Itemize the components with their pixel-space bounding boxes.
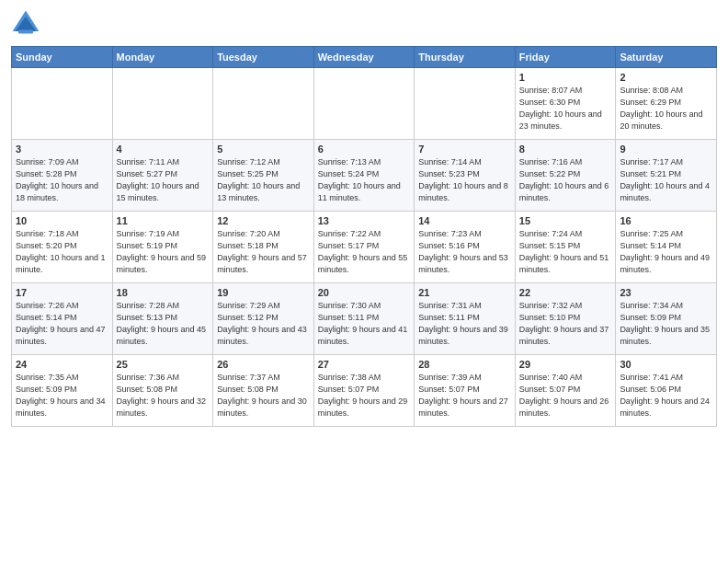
calendar-cell: 12Sunrise: 7:20 AM Sunset: 5:18 PM Dayli… — [213, 212, 314, 283]
day-number: 4 — [117, 144, 210, 155]
svg-rect-2 — [18, 29, 33, 33]
day-number: 25 — [117, 359, 210, 370]
day-number: 26 — [217, 359, 310, 370]
day-number: 6 — [318, 144, 411, 155]
day-info: Sunrise: 7:22 AM Sunset: 5:17 PM Dayligh… — [318, 228, 411, 276]
day-number: 23 — [620, 287, 712, 298]
day-info: Sunrise: 7:31 AM Sunset: 5:11 PM Dayligh… — [418, 300, 511, 348]
calendar-week-row: 3Sunrise: 7:09 AM Sunset: 5:28 PM Daylig… — [12, 140, 717, 212]
day-number: 21 — [418, 287, 511, 298]
calendar-cell — [415, 68, 516, 140]
logo-icon — [11, 9, 40, 39]
day-number: 14 — [418, 215, 511, 226]
day-info: Sunrise: 8:07 AM Sunset: 6:30 PM Dayligh… — [519, 85, 612, 132]
calendar-cell: 6Sunrise: 7:13 AM Sunset: 5:24 PM Daylig… — [313, 140, 415, 212]
day-header: Friday — [515, 47, 616, 68]
day-info: Sunrise: 7:25 AM Sunset: 5:14 PM Dayligh… — [620, 228, 712, 276]
day-number: 15 — [519, 215, 612, 226]
calendar-cell: 9Sunrise: 7:17 AM Sunset: 5:21 PM Daylig… — [616, 140, 717, 212]
day-info: Sunrise: 7:26 AM Sunset: 5:14 PM Dayligh… — [16, 300, 108, 348]
page-container: SundayMondayTuesdayWednesdayThursdayFrid… — [0, 0, 728, 436]
calendar-cell: 17Sunrise: 7:26 AM Sunset: 5:14 PM Dayli… — [12, 283, 113, 355]
day-info: Sunrise: 7:18 AM Sunset: 5:20 PM Dayligh… — [16, 228, 108, 276]
calendar-table: SundayMondayTuesdayWednesdayThursdayFrid… — [11, 46, 717, 427]
calendar-cell: 13Sunrise: 7:22 AM Sunset: 5:17 PM Dayli… — [313, 212, 415, 283]
calendar-cell: 5Sunrise: 7:12 AM Sunset: 5:25 PM Daylig… — [213, 140, 314, 212]
day-info: Sunrise: 7:32 AM Sunset: 5:10 PM Dayligh… — [519, 300, 612, 348]
calendar-cell: 1Sunrise: 8:07 AM Sunset: 6:30 PM Daylig… — [515, 68, 616, 140]
day-info: Sunrise: 7:12 AM Sunset: 5:25 PM Dayligh… — [217, 156, 310, 204]
day-number: 8 — [519, 144, 612, 155]
calendar-cell: 21Sunrise: 7:31 AM Sunset: 5:11 PM Dayli… — [415, 283, 516, 355]
calendar-cell: 15Sunrise: 7:24 AM Sunset: 5:15 PM Dayli… — [515, 212, 616, 283]
day-info: Sunrise: 7:38 AM Sunset: 5:07 PM Dayligh… — [318, 372, 411, 419]
day-number: 28 — [418, 359, 511, 370]
day-info: Sunrise: 7:29 AM Sunset: 5:12 PM Dayligh… — [217, 300, 310, 348]
calendar-header-row: SundayMondayTuesdayWednesdayThursdayFrid… — [12, 47, 717, 68]
day-info: Sunrise: 7:36 AM Sunset: 5:08 PM Dayligh… — [117, 372, 210, 419]
day-info: Sunrise: 7:30 AM Sunset: 5:11 PM Dayligh… — [318, 300, 411, 348]
day-info: Sunrise: 7:09 AM Sunset: 5:28 PM Dayligh… — [16, 156, 108, 204]
calendar-cell: 10Sunrise: 7:18 AM Sunset: 5:20 PM Dayli… — [12, 212, 113, 283]
day-number: 24 — [16, 359, 108, 370]
day-info: Sunrise: 7:20 AM Sunset: 5:18 PM Dayligh… — [217, 228, 310, 276]
day-number: 3 — [16, 144, 108, 155]
calendar-cell: 11Sunrise: 7:19 AM Sunset: 5:19 PM Dayli… — [112, 212, 213, 283]
calendar-cell: 25Sunrise: 7:36 AM Sunset: 5:08 PM Dayli… — [112, 355, 213, 427]
day-info: Sunrise: 7:40 AM Sunset: 5:07 PM Dayligh… — [519, 372, 612, 419]
day-number: 19 — [217, 287, 310, 298]
day-number: 20 — [318, 287, 411, 298]
day-info: Sunrise: 7:16 AM Sunset: 5:22 PM Dayligh… — [519, 156, 612, 204]
day-number: 1 — [519, 72, 612, 83]
calendar-week-row: 10Sunrise: 7:18 AM Sunset: 5:20 PM Dayli… — [12, 212, 717, 283]
day-header: Thursday — [415, 47, 516, 68]
calendar-cell: 19Sunrise: 7:29 AM Sunset: 5:12 PM Dayli… — [213, 283, 314, 355]
day-number: 10 — [16, 215, 108, 226]
day-number: 17 — [16, 287, 108, 298]
day-info: Sunrise: 7:37 AM Sunset: 5:08 PM Dayligh… — [217, 372, 310, 419]
calendar-cell: 28Sunrise: 7:39 AM Sunset: 5:07 PM Dayli… — [415, 355, 516, 427]
day-info: Sunrise: 7:28 AM Sunset: 5:13 PM Dayligh… — [117, 300, 210, 348]
calendar-cell — [213, 68, 314, 140]
day-number: 13 — [318, 215, 411, 226]
calendar-cell: 2Sunrise: 8:08 AM Sunset: 6:29 PM Daylig… — [616, 68, 717, 140]
calendar-cell: 18Sunrise: 7:28 AM Sunset: 5:13 PM Dayli… — [112, 283, 213, 355]
calendar-cell: 26Sunrise: 7:37 AM Sunset: 5:08 PM Dayli… — [213, 355, 314, 427]
day-number: 9 — [620, 144, 712, 155]
calendar-week-row: 1Sunrise: 8:07 AM Sunset: 6:30 PM Daylig… — [12, 68, 717, 140]
day-info: Sunrise: 7:24 AM Sunset: 5:15 PM Dayligh… — [519, 228, 612, 276]
calendar-cell: 14Sunrise: 7:23 AM Sunset: 5:16 PM Dayli… — [415, 212, 516, 283]
day-info: Sunrise: 7:39 AM Sunset: 5:07 PM Dayligh… — [418, 372, 511, 419]
calendar-cell: 4Sunrise: 7:11 AM Sunset: 5:27 PM Daylig… — [112, 140, 213, 212]
calendar-cell — [12, 68, 113, 140]
day-header: Sunday — [12, 47, 113, 68]
day-number: 30 — [620, 359, 712, 370]
day-info: Sunrise: 8:08 AM Sunset: 6:29 PM Dayligh… — [620, 85, 712, 132]
day-info: Sunrise: 7:11 AM Sunset: 5:27 PM Dayligh… — [117, 156, 210, 204]
day-info: Sunrise: 7:17 AM Sunset: 5:21 PM Dayligh… — [620, 156, 712, 204]
calendar-cell: 3Sunrise: 7:09 AM Sunset: 5:28 PM Daylig… — [12, 140, 113, 212]
calendar-week-row: 24Sunrise: 7:35 AM Sunset: 5:09 PM Dayli… — [12, 355, 717, 427]
day-number: 11 — [117, 215, 210, 226]
calendar-cell: 29Sunrise: 7:40 AM Sunset: 5:07 PM Dayli… — [515, 355, 616, 427]
day-info: Sunrise: 7:35 AM Sunset: 5:09 PM Dayligh… — [16, 372, 108, 419]
calendar-cell: 16Sunrise: 7:25 AM Sunset: 5:14 PM Dayli… — [616, 212, 717, 283]
day-number: 5 — [217, 144, 310, 155]
calendar-cell — [313, 68, 415, 140]
day-header: Monday — [112, 47, 213, 68]
calendar-cell: 24Sunrise: 7:35 AM Sunset: 5:09 PM Dayli… — [12, 355, 113, 427]
day-number: 2 — [620, 72, 712, 83]
calendar-cell: 23Sunrise: 7:34 AM Sunset: 5:09 PM Dayli… — [616, 283, 717, 355]
day-number: 7 — [418, 144, 511, 155]
day-number: 29 — [519, 359, 612, 370]
day-number: 18 — [117, 287, 210, 298]
day-number: 22 — [519, 287, 612, 298]
calendar-cell: 7Sunrise: 7:14 AM Sunset: 5:23 PM Daylig… — [415, 140, 516, 212]
day-number: 12 — [217, 215, 310, 226]
day-info: Sunrise: 7:41 AM Sunset: 5:06 PM Dayligh… — [620, 372, 712, 419]
page-header — [11, 9, 717, 39]
logo — [11, 9, 44, 39]
day-info: Sunrise: 7:23 AM Sunset: 5:16 PM Dayligh… — [418, 228, 511, 276]
day-number: 16 — [620, 215, 712, 226]
day-info: Sunrise: 7:19 AM Sunset: 5:19 PM Dayligh… — [117, 228, 210, 276]
